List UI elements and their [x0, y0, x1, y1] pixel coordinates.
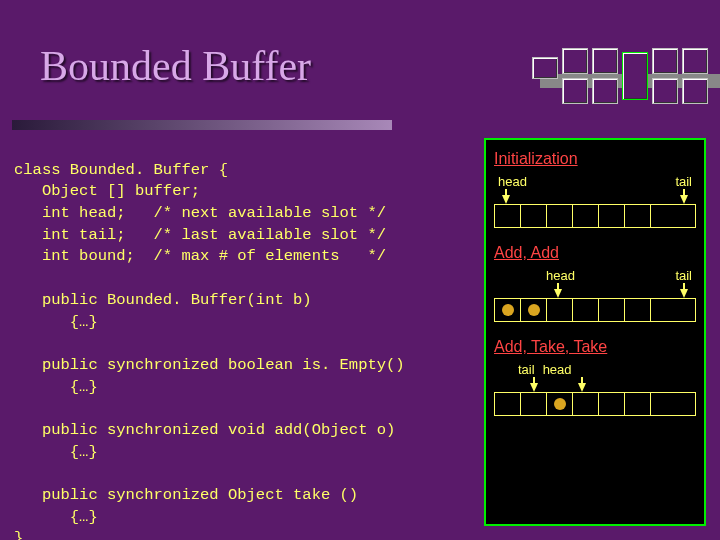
code-line: public synchronized Object take ()	[14, 486, 358, 504]
buffer-cell	[599, 393, 625, 415]
head-label: head	[498, 174, 527, 189]
code-line: }	[14, 529, 23, 540]
arrow-icon	[680, 283, 688, 298]
tail-label: tail	[518, 362, 535, 377]
head-label: head	[546, 268, 575, 283]
nav-box	[562, 78, 588, 104]
buffer-cell	[495, 205, 521, 227]
buffer-cell	[651, 299, 677, 321]
code-line: int tail; /* last available slot */	[14, 226, 386, 244]
diagram-section-init: Initialization head tail	[494, 150, 696, 228]
arrow-icon	[554, 283, 562, 298]
arrow-icon	[502, 189, 510, 204]
buffer-cell	[495, 299, 521, 321]
buffer-cell	[573, 393, 599, 415]
code-line: {…}	[14, 378, 98, 396]
code-line: public Bounded. Buffer(int b)	[14, 291, 312, 309]
nav-box	[682, 78, 708, 104]
code-line: int bound; /* max # of elements */	[14, 247, 386, 265]
code-line: {…}	[14, 313, 98, 331]
nav-box	[652, 48, 678, 74]
nav-box	[592, 48, 618, 74]
diagram-section-add: Add, Add head tail	[494, 244, 696, 322]
head-label: head	[543, 362, 572, 377]
arrows	[494, 189, 696, 204]
code-line: public synchronized void add(Object o)	[14, 421, 395, 439]
tail-label: tail	[675, 268, 692, 283]
pointer-labels: tail head	[494, 362, 696, 377]
buffer-cell	[599, 299, 625, 321]
code-line: Object [] buffer;	[14, 182, 200, 200]
nav-box	[652, 78, 678, 104]
arrows	[494, 377, 696, 392]
code-line: int head; /* next available slot */	[14, 204, 386, 222]
nav-box	[562, 48, 588, 74]
nav-current-box	[622, 52, 648, 100]
code-line: {…}	[14, 443, 98, 461]
code-block: class Bounded. Buffer { Object [] buffer…	[14, 138, 476, 526]
buffer-cell	[547, 393, 573, 415]
page-title: Bounded Buffer	[40, 42, 311, 90]
buffer-cell	[599, 205, 625, 227]
diagram-section-take: Add, Take, Take tail head	[494, 338, 696, 416]
code-line: public synchronized boolean is. Empty()	[14, 356, 405, 374]
buffer-cell	[651, 205, 677, 227]
arrows	[494, 283, 696, 298]
content-area: class Bounded. Buffer { Object [] buffer…	[14, 138, 706, 526]
buffer-cell	[547, 205, 573, 227]
nav-box	[592, 78, 618, 104]
element-dot-icon	[554, 398, 566, 410]
buffer-cell	[651, 393, 677, 415]
element-dot-icon	[528, 304, 540, 316]
buffer-cell	[521, 205, 547, 227]
arrow-icon	[530, 377, 538, 392]
tail-label: tail	[675, 174, 692, 189]
code-line: class Bounded. Buffer {	[14, 161, 228, 179]
arrow-icon	[578, 377, 586, 392]
buffer-row	[494, 298, 696, 322]
pointer-labels: head tail	[494, 174, 696, 189]
diagram-panel: Initialization head tail Add,	[484, 138, 706, 526]
nav-box	[532, 57, 558, 79]
buffer-cell	[521, 299, 547, 321]
diagram-title: Initialization	[494, 150, 696, 168]
buffer-cell	[573, 299, 599, 321]
buffer-cell	[625, 205, 651, 227]
buffer-cell	[547, 299, 573, 321]
title-underline	[12, 120, 392, 130]
buffer-row	[494, 392, 696, 416]
buffer-row	[494, 204, 696, 228]
buffer-cell	[521, 393, 547, 415]
pointer-labels: head tail	[494, 268, 696, 283]
buffer-cell	[573, 205, 599, 227]
buffer-cell	[625, 393, 651, 415]
nav-box	[682, 48, 708, 74]
diagram-title: Add, Take, Take	[494, 338, 696, 356]
arrow-icon	[680, 189, 688, 204]
diagram-title: Add, Add	[494, 244, 696, 262]
code-line: {…}	[14, 508, 98, 526]
slide-nav-decoration	[532, 48, 708, 104]
element-dot-icon	[502, 304, 514, 316]
buffer-cell	[625, 299, 651, 321]
buffer-cell	[495, 393, 521, 415]
